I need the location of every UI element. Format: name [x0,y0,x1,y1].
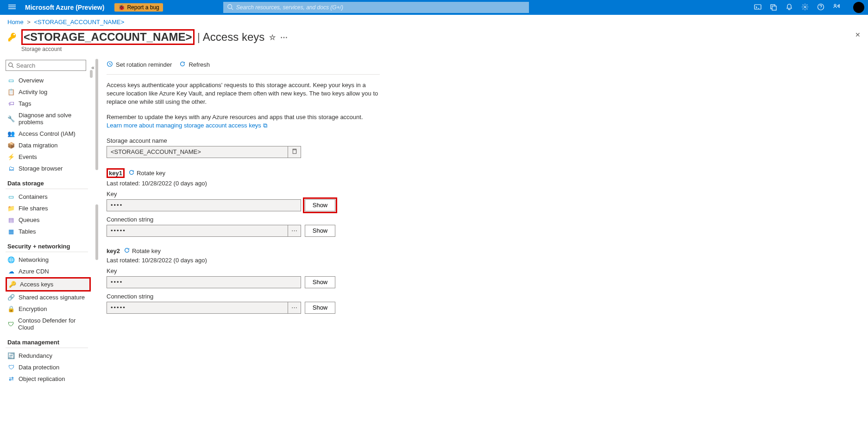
sidebar-item-label: Data protection [19,364,59,371]
protection-icon: 🛡 [7,364,15,371]
settings-icon[interactable] [801,3,809,12]
sidebar-item-containers[interactable]: ▭Containers [6,191,91,203]
sidebar-item-activity-log[interactable]: 📋Activity log [6,86,91,98]
sidebar-item-overview[interactable]: ▭Overview [6,75,91,86]
sidebar-item-data-protection[interactable]: 🛡Data protection [6,362,91,373]
key1-conn-label: Connection string [107,216,857,223]
main-content: Set rotation reminder Refresh Access key… [93,56,868,388]
sidebar-item-label: File shares [19,205,48,212]
description-2: Remember to update the keys with any Azu… [107,113,380,130]
show-key2-button[interactable]: Show [305,276,335,288]
directories-icon[interactable] [770,3,777,12]
svg-rect-14 [293,150,296,153]
sidebar-item-tags[interactable]: 🏷Tags [6,98,91,109]
help-icon[interactable] [817,3,824,12]
sidebar-item-object-replication[interactable]: ⇄Object replication [6,373,91,385]
page-title-section: Access keys [203,31,264,44]
svg-rect-2 [8,8,16,9]
svg-rect-0 [8,5,16,6]
hamburger-icon[interactable] [4,3,20,12]
search-icon [8,62,14,70]
sidebar-item-defender[interactable]: 🛡Contoso Defender for Cloud [6,315,91,333]
key2-conn-input[interactable] [107,302,288,314]
sidebar-item-encryption[interactable]: 🔒Encryption [6,303,91,315]
sidebar-search-input[interactable] [6,60,86,71]
sidebar-item-tables[interactable]: ▦Tables [6,226,91,237]
notifications-icon[interactable] [786,3,793,12]
set-rotation-label: Set rotation reminder [116,61,172,68]
key1-conn-input[interactable] [107,225,288,237]
sidebar-item-storage-browser[interactable]: 🗂Storage browser [6,163,91,174]
key2-conn-options-button[interactable]: ⋯ [288,302,301,314]
sidebar-item-file-shares[interactable]: 📁File shares [6,203,91,214]
description-1: Access keys authenticate your applicatio… [107,81,380,107]
sidebar-item-sas[interactable]: 🔗Shared access signature [6,292,91,303]
description-2-text: Remember to update the keys with any Azu… [107,114,363,121]
sidebar-item-access-keys[interactable]: 🔑Access keys [6,277,91,292]
svg-point-8 [804,6,806,8]
key2-key-label: Key [107,267,857,274]
main-scrollbar[interactable] [95,59,98,170]
svg-point-3 [228,5,232,9]
key1-key-label: Key [107,190,857,197]
show-key2-conn-button[interactable]: Show [305,302,335,314]
sidebar-item-label: Data migration [19,142,58,149]
report-bug-label: Report a bug [127,4,159,11]
key2-key-input[interactable] [107,276,301,288]
svg-rect-1 [8,6,16,7]
key-icon: 🔑 [9,281,16,288]
feedback-icon[interactable] [833,3,840,12]
sidebar-item-redundancy[interactable]: 🔄Redundancy [6,350,91,362]
sidebar-item-queues[interactable]: ▤Queues [6,214,91,226]
global-search-input[interactable] [223,2,529,13]
bolt-icon: ⚡ [7,153,15,160]
breadcrumb-home[interactable]: Home [7,19,24,25]
show-key1-conn-button[interactable]: Show [305,225,335,237]
refresh-button[interactable]: Refresh [179,61,210,69]
breadcrumb-current[interactable]: <STORAGE_ACCOUNT_NAME> [34,19,125,25]
main-scrollbar-lower[interactable] [95,204,98,260]
user-avatar[interactable] [853,2,864,13]
cloud-shell-icon[interactable] [754,3,761,12]
key1-section: key1 Rotate key Last rotated: 10/28/2022… [107,168,857,237]
sas-icon: 🔗 [7,294,15,301]
sidebar-item-iam[interactable]: 👥Access Control (IAM) [6,128,91,140]
key1-name: key1 [107,168,125,178]
key1-key-input[interactable] [107,199,301,211]
set-rotation-button[interactable]: Set rotation reminder [107,61,172,69]
sidebar-item-label: Networking [19,256,49,263]
copy-account-name-button[interactable] [288,146,301,158]
sidebar-item-diagnose[interactable]: 🔧Diagnose and solve problems [6,109,91,128]
sidebar-item-data-migration[interactable]: 📦Data migration [6,140,91,151]
people-icon: 👥 [7,130,15,137]
rotate-key-label: Rotate key [137,170,165,177]
sidebar-item-label: Encryption [19,305,47,312]
rotate-key1-button[interactable]: Rotate key [128,169,165,177]
sidebar-item-label: Events [19,153,37,160]
close-icon[interactable]: ✕ [855,31,861,38]
toolbar: Set rotation reminder Refresh [107,61,380,75]
svg-line-12 [12,66,13,68]
show-key1-button[interactable]: Show [305,199,335,211]
sidebar-item-networking[interactable]: 🌐Networking [6,254,91,266]
shield-icon: 🛡 [7,321,14,328]
sidebar-item-azure-cdn[interactable]: ☁Azure CDN [6,266,91,277]
sidebar-item-label: Diagnose and solve problems [19,112,89,126]
global-search-wrap [223,2,529,13]
table-icon: ▦ [7,228,15,235]
sidebar-item-label: Queues [19,216,40,223]
rotate-key-label: Rotate key [132,247,161,254]
account-name-label: Storage account name [107,137,857,144]
learn-more-link[interactable]: Learn more about managing storage accoun… [107,122,267,129]
key1-conn-options-button[interactable]: ⋯ [288,225,301,237]
brand-label: Microsoft Azure (Preview) [20,4,109,11]
rotate-key2-button[interactable]: Rotate key [124,247,161,255]
sidebar-item-events[interactable]: ⚡Events [6,151,91,163]
account-name-input[interactable] [107,146,288,158]
key2-last-rotated: Last rotated: 10/28/2022 (0 days ago) [107,257,857,264]
key2-conn-label: Connection string [107,293,857,300]
report-bug-button[interactable]: 🐞 Report a bug [114,3,163,12]
browser-icon: 🗂 [7,165,15,172]
more-icon[interactable]: ⋯ [280,33,288,42]
favorite-icon[interactable]: ☆ [269,33,276,42]
